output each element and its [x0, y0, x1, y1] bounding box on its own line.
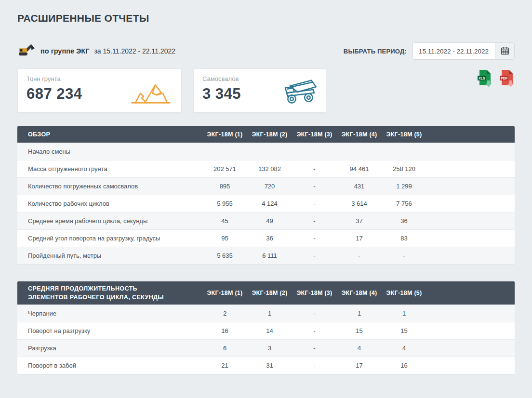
cell-value: 720 [247, 183, 292, 190]
cell-value: 16 [202, 327, 247, 334]
cell-value: 431 [337, 183, 382, 190]
cell-value: 31 [247, 362, 292, 369]
report-subtitle: по группе ЭКГ за 15.11.2022 - 22.11.2022 [17, 43, 175, 59]
column-header: ЭКГ-18М (1) [202, 131, 247, 138]
excavator-icon [17, 43, 36, 59]
report-meta-row: по группе ЭКГ за 15.11.2022 - 22.11.2022… [17, 42, 515, 60]
cell-value: 6 [202, 345, 247, 352]
cell-value: 5 635 [202, 252, 247, 259]
column-header: ЭКГ-18М (4) [337, 290, 382, 296]
cell-value: - [292, 362, 337, 369]
cell-value: 7 756 [382, 200, 426, 207]
column-header: ЭКГ-18М (2) [247, 131, 292, 138]
table-header: ОБЗОРЭКГ-18М (1)ЭКГ-18М (2)ЭКГ-18М (3)ЭК… [17, 126, 515, 143]
table-row: Количество рабочих циклов5 9554 124-3 61… [17, 195, 515, 212]
table-header: СРЕДНЯЯ ПРОДОЛЖИТЕЛЬНОСТЬЭЛЕМЕНТОВ РАБОЧ… [17, 281, 515, 305]
cell-value: - [382, 252, 426, 259]
period-input-group [412, 42, 515, 60]
report-period-text: за 15.11.2022 - 22.11.2022 [94, 47, 175, 55]
cell-value: 1 [247, 310, 292, 317]
cell-value: - [292, 217, 337, 225]
table-title-line: ОБЗОР [28, 130, 188, 139]
row-label: Средний угол поворота на разгрузку, град… [17, 235, 202, 242]
cell-value: 17 [337, 362, 382, 369]
table-row: Разгрузка63-44 [17, 339, 515, 357]
cell-value: 36 [247, 235, 292, 242]
cell-value: 1 299 [382, 183, 426, 190]
cell-value: - [292, 252, 337, 259]
cell-value: - [292, 183, 337, 190]
cell-value: 1 [337, 310, 382, 317]
table-row: Средний угол поворота на разгрузку, град… [17, 229, 515, 247]
column-header: ЭКГ-18М (2) [247, 290, 292, 296]
cell-value: 4 [337, 345, 382, 352]
cell-value: - [337, 252, 382, 259]
cell-value: 2 [202, 310, 247, 317]
table-title: СРЕДНЯЯ ПРОДОЛЖИТЕЛЬНОСТЬЭЛЕМЕНТОВ РАБОЧ… [17, 284, 202, 302]
cell-value: 95 [202, 235, 247, 242]
download-pdf-button[interactable]: PDF [499, 69, 515, 88]
cell-value: 6 111 [247, 252, 292, 259]
table-row: Среднее время рабочего цикла, секунды454… [17, 212, 515, 229]
svg-text:XLS: XLS [479, 77, 485, 80]
cell-value: 36 [382, 217, 426, 225]
download-xls-button[interactable]: XLS [477, 69, 492, 88]
column-header: ЭКГ-18М (4) [337, 131, 382, 138]
cell-value: 45 [202, 217, 247, 225]
cell-value: 258 120 [382, 165, 426, 172]
trucks-card: Самосвалов 3 345 [193, 68, 326, 113]
summary-cards-row: Тонн грунта 687 234 Самосвалов 3 345 [17, 68, 515, 113]
cell-value: - [292, 310, 337, 317]
cell-value: 21 [202, 362, 247, 369]
row-label: Поворот на разгрузку [17, 327, 202, 334]
dump-truck-icon [280, 78, 318, 106]
cell-value: - [292, 327, 337, 334]
tons-card: Тонн грунта 687 234 [17, 68, 182, 113]
row-label: Масса отгруженного грунта [17, 165, 202, 172]
cell-value: 94 461 [337, 165, 382, 172]
cell-value: - [292, 345, 337, 352]
cell-value: 15 [382, 327, 426, 334]
row-label: Пройденный путь, метры [17, 252, 202, 259]
table-row: Поворот в забой2131-1716 [17, 357, 515, 374]
cell-value: 15 [337, 327, 382, 334]
cell-value: 17 [337, 235, 382, 242]
calendar-icon [501, 46, 509, 56]
cell-value: 132 082 [247, 165, 292, 172]
page-title: РАСШИРЕННЫЕ ОТЧЕТЫ [17, 13, 515, 24]
cell-value: 3 614 [337, 200, 382, 207]
cell-value: 4 124 [247, 200, 292, 207]
table-row: Поворот на разгрузку1614-1515 [17, 322, 515, 339]
cell-value: - [292, 200, 337, 207]
report-group-label: по группе ЭКГ [40, 47, 89, 55]
row-label: Черпание [17, 310, 202, 317]
cell-value: - [292, 235, 337, 242]
select-period-label: ВЫБРАТЬ ПЕРИОД: [344, 48, 407, 55]
mountain-icon [128, 80, 173, 106]
cell-value: 4 [382, 345, 426, 352]
export-buttons: XLS PDF [477, 69, 515, 88]
table-row: Пройденный путь, метры5 6356 111--- [17, 247, 515, 264]
cell-value: 895 [202, 183, 247, 190]
period-input[interactable] [413, 43, 495, 59]
row-label: Разгрузка [17, 345, 202, 352]
column-header: ЭКГ-18М (1) [202, 290, 247, 296]
row-label: Поворот в забой [17, 362, 202, 369]
table-row: Масса отгруженного грунта202 571132 082-… [17, 160, 515, 177]
cell-value: 16 [382, 362, 426, 369]
cell-value: 5 955 [202, 200, 247, 207]
row-label: Среднее время рабочего цикла, секунды [17, 217, 202, 225]
table-row: Начало смены [17, 143, 515, 160]
calendar-button[interactable] [495, 43, 514, 59]
cell-value: - [292, 165, 337, 172]
extended-reports-page: РАСШИРЕННЫЕ ОТЧЕТЫ по группе ЭКГ за 15.1… [0, 0, 532, 374]
cycle-duration-table: СРЕДНЯЯ ПРОДОЛЖИТЕЛЬНОСТЬЭЛЕМЕНТОВ РАБОЧ… [17, 281, 515, 374]
column-header: ЭКГ-18М (5) [382, 290, 426, 296]
table-row: Черпание21-11 [17, 305, 515, 322]
cell-value: 202 571 [202, 165, 247, 172]
cell-value: 83 [382, 235, 426, 242]
row-label: Количество погруженных самосвалов [17, 183, 202, 190]
cell-value: 14 [247, 327, 292, 334]
svg-text:PDF: PDF [501, 77, 508, 80]
cell-value: 1 [382, 310, 426, 317]
